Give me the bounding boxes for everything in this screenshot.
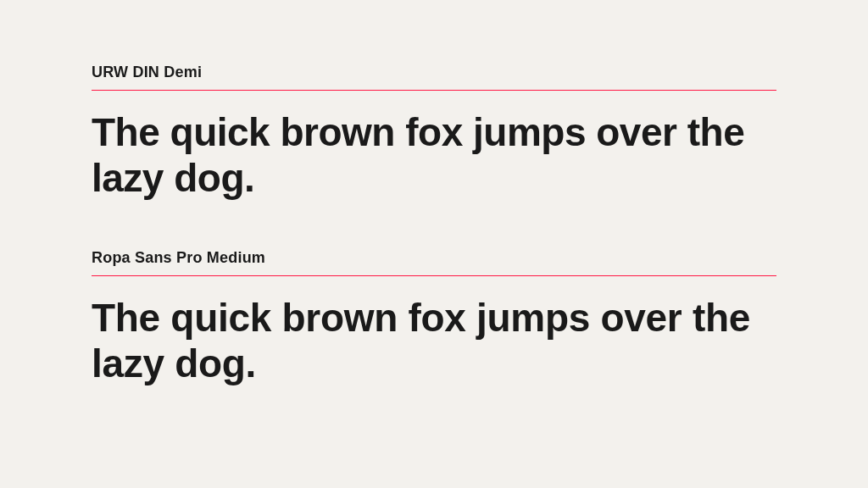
font-name-label: URW DIN Demi — [92, 64, 776, 81]
font-name-label: Ropa Sans Pro Medium — [92, 249, 776, 267]
divider-line — [92, 275, 776, 276]
sample-text: The quick brown fox jumps over the lazy … — [92, 109, 776, 202]
divider-line — [92, 90, 776, 91]
font-sample-block: Ropa Sans Pro Medium The quick brown fox… — [92, 249, 776, 387]
sample-text: The quick brown fox jumps over the lazy … — [92, 295, 776, 387]
font-sample-block: URW DIN Demi The quick brown fox jumps o… — [92, 64, 776, 202]
